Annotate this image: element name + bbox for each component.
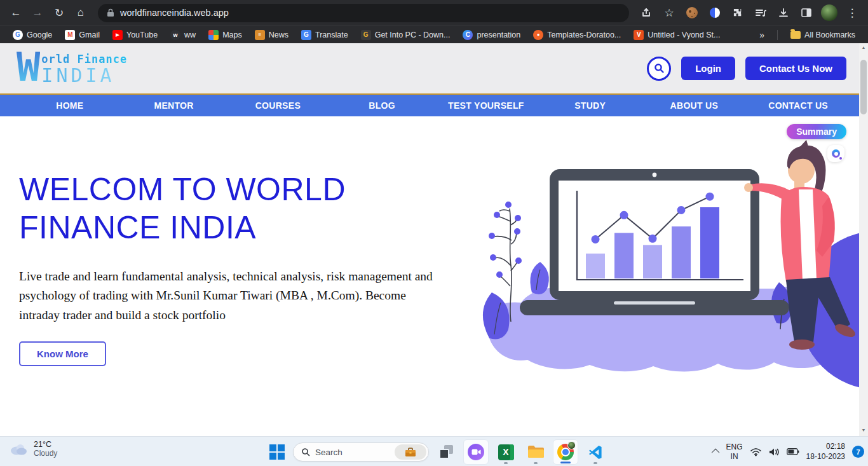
laptop-base-notch [614, 301, 695, 305]
share-arrow-icon [641, 8, 651, 18]
darkmode-extension-icon[interactable] [705, 3, 724, 22]
playlist-extension-icon[interactable] [751, 3, 770, 22]
active-indicator [560, 462, 571, 463]
excel-app-button[interactable]: X [493, 439, 519, 465]
nav-item-about-us[interactable]: ABOUT US [642, 100, 747, 111]
start-button[interactable] [269, 444, 285, 460]
site-search-button[interactable] [647, 57, 671, 81]
vyond-icon: V [634, 30, 644, 40]
battery-icon[interactable] [787, 448, 799, 455]
running-indicator [593, 462, 597, 464]
nav-item-test-yourself[interactable]: TEST YOURSELF [434, 100, 538, 111]
bookmark-label: Google [27, 31, 52, 39]
know-more-button[interactable]: Know More [19, 341, 106, 366]
hero-title-line2: FINANCE INDIA [19, 209, 464, 247]
toolbar-extensions: ☆ [637, 3, 862, 22]
system-tray: ENG IN 02:18 18-10-2023 7 [714, 437, 864, 466]
search-highlight[interactable] [395, 444, 426, 460]
bookmarks-overflow-chevron[interactable]: » [754, 30, 770, 40]
weather-widget[interactable]: 21°C Cloudy [9, 440, 57, 458]
clock-widget[interactable]: 02:18 18-10-2023 [806, 442, 845, 462]
scrollbar-thumb[interactable] [860, 60, 867, 114]
notification-badge[interactable]: 7 [852, 446, 864, 458]
chrome-menu-icon[interactable]: ⋮ [843, 3, 862, 22]
forward-icon[interactable]: → [28, 3, 47, 22]
weather-text: 21°C Cloudy [34, 440, 57, 458]
cookie-icon [686, 7, 698, 18]
language-line2: IN [726, 452, 743, 461]
logo-top-text: orld Finance [41, 53, 127, 65]
bookmark-item[interactable]: ≡News [250, 29, 294, 41]
login-button[interactable]: Login [681, 57, 735, 80]
summary-badge[interactable]: Summary [787, 124, 846, 139]
bookmark-item[interactable]: GGet Into PC - Down... [356, 29, 456, 41]
volume-icon[interactable] [769, 448, 780, 456]
bookmark-label: Get Into PC - Down... [375, 31, 451, 39]
bookmark-item[interactable]: Cpresentation [458, 29, 526, 41]
puzzle-icon [733, 8, 743, 18]
bookmark-item[interactable]: GGoogle [8, 29, 57, 41]
briefcase-icon [405, 448, 416, 457]
chrome-app-button[interactable] [553, 439, 578, 465]
wifi-icon[interactable] [750, 448, 762, 456]
nav-item-courses[interactable]: COURSES [226, 100, 330, 111]
home-icon[interactable]: ⌂ [71, 3, 90, 22]
all-bookmarks-button[interactable]: All Bookmarks [785, 29, 860, 41]
bookmark-item[interactable]: VUntitled - Vyond St... [628, 29, 725, 41]
bookmark-item[interactable]: ▶YouTube [107, 29, 163, 41]
bookmark-star-icon[interactable]: ☆ [660, 3, 679, 22]
contact-us-button[interactable]: Contact Us Now [745, 57, 846, 80]
scroll-down-arrow[interactable]: ▼ [862, 426, 866, 435]
bookmark-item[interactable]: MGmail [60, 29, 105, 41]
file-explorer-button[interactable] [523, 439, 548, 465]
bookmark-item[interactable]: GTranslate [296, 29, 353, 41]
chart-dot [649, 235, 657, 243]
sidepanel-icon[interactable] [797, 3, 816, 22]
bookmark-label: YouTube [126, 31, 158, 39]
language-indicator[interactable]: ENG IN [726, 442, 743, 461]
chart-dot [592, 235, 600, 243]
nav-item-home[interactable]: HOME [18, 100, 122, 111]
back-icon[interactable]: ← [6, 3, 25, 22]
reload-icon[interactable]: ↻ [50, 3, 69, 22]
folder-icon [790, 31, 801, 39]
downloads-icon[interactable] [774, 3, 793, 22]
bookmark-item[interactable]: www [165, 29, 201, 41]
header-actions: Login Contact Us Now [647, 57, 846, 81]
bookmarks-bar: GGoogle MGmail ▶YouTube www Maps ≡News G… [0, 25, 868, 43]
chart-dot [706, 193, 714, 201]
clipchamp-app-button[interactable] [463, 439, 489, 465]
extensions-puzzle-icon[interactable] [728, 3, 747, 22]
nav-item-study[interactable]: STUDY [538, 100, 642, 111]
nav-item-mentor[interactable]: MENTOR [122, 100, 226, 111]
bookmark-item[interactable]: Maps [203, 29, 247, 41]
site-logo[interactable]: W orld Finance INDIA [17, 51, 127, 86]
avatar-image [821, 4, 837, 21]
scroll-up-arrow[interactable]: ▲ [862, 43, 866, 52]
page-scrollbar[interactable]: ▲ ▼ [859, 43, 868, 436]
vscode-app-button[interactable] [583, 439, 608, 465]
taskbar-search[interactable]: Search [293, 442, 429, 462]
extension-overlay-button[interactable] [827, 145, 844, 162]
person-hand [744, 183, 753, 192]
site-nav: HOME MENTOR COURSES BLOG TEST YOURSELF S… [0, 95, 868, 116]
taskbar-center: Search X [269, 439, 608, 465]
bookmark-label: presentation [477, 31, 520, 39]
nav-item-contact-us[interactable]: CONTACT US [746, 100, 850, 111]
bookmark-item[interactable]: ●Templates-Doratoo... [528, 29, 626, 41]
browser-toolbar: ← → ↻ ⌂ worldfinanceindia.web.app ☆ [0, 0, 868, 25]
address-bar[interactable]: worldfinanceindia.web.app [98, 4, 629, 22]
laptop-camera [653, 173, 657, 177]
bookmark-label: Maps [222, 31, 242, 39]
tray-chevron-icon[interactable] [711, 449, 719, 457]
chrome-profile-avatar [567, 441, 576, 449]
profile-avatar[interactable] [820, 3, 839, 22]
share-icon[interactable] [637, 3, 656, 22]
cookie-extension-icon[interactable] [682, 3, 702, 22]
split-window-icon [801, 8, 811, 17]
search-icon [654, 63, 665, 74]
extension-dot [839, 157, 842, 160]
screen: ← → ↻ ⌂ worldfinanceindia.web.app ☆ [0, 0, 868, 466]
task-view-button[interactable] [433, 439, 459, 465]
nav-item-blog[interactable]: BLOG [330, 100, 434, 111]
